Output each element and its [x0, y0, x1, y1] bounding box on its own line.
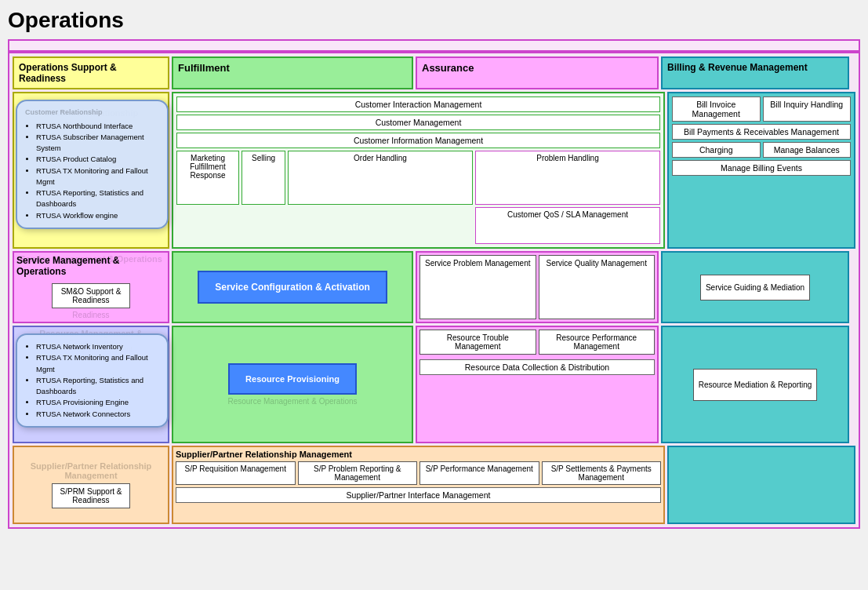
sp-problem-reporting-box: S/P Problem Reporting & Management [298, 461, 418, 485]
sp-bil-cell [667, 446, 855, 524]
resource-perf-box: Resource Performance Management [539, 330, 656, 355]
service-guiding-box: Service Guiding & Mediation [700, 275, 810, 300]
bill-invoice-box: Bill Invoice Management [672, 97, 761, 122]
smo-row: Service Management & Operations Service … [13, 251, 855, 323]
rmo-bil-cell: Resource Mediation & Reporting [661, 326, 849, 443]
smo-ful-cell: Service Configuration & Activation [172, 251, 413, 323]
assurance-header: Assurance [416, 56, 659, 89]
customer-info-box: Customer Information Management [176, 133, 660, 148]
sp-section-title: Supplier/Partner Relationship Management [176, 450, 661, 459]
bubble-bottom: RTUSA Network Inventory RTUSA TX Monitor… [16, 333, 169, 428]
bubble-item-5: RTUSA Reporting, Statistics and Dashboar… [36, 188, 159, 210]
sp-requisition-box: S/P Requisition Management [176, 461, 296, 485]
osr-header-text: Operations Support & Readiness [19, 62, 117, 84]
rmo-ass-top-row: Resource Trouble Management Resource Per… [419, 330, 655, 355]
rmo-ass-cell: Resource Trouble Management Resource Per… [416, 326, 659, 443]
sp-top-grid: S/P Requisition Management S/P Problem R… [176, 461, 661, 485]
marketing-box: Marketing Fulfillment Response [176, 151, 239, 205]
osr-header: Operations Support & Readiness [13, 56, 169, 89]
resource-trouble-box: Resource Trouble Management [419, 330, 536, 355]
sp-section-label: Supplier/Partner Relationship Management [16, 461, 165, 480]
rmo-faded-label: Resource Management & Operations [227, 397, 357, 406]
rmo-ful-cell: Resource Provisioning Resource Managemen… [172, 326, 413, 443]
assurance-header-text: Assurance [422, 62, 474, 74]
bubble-top: Customer Relationship RTUSA Northbound I… [16, 100, 169, 229]
resource-provisioning-box: Resource Provisioning [228, 363, 357, 395]
sp-support-box: S/PRM Support & Readiness [52, 483, 130, 508]
billing-top-row: Bill Invoice Management Bill Inquiry Han… [672, 97, 851, 122]
smo-support-box: SM&O Support & Readiness [52, 283, 130, 308]
bubble-item-1: RTUSA Northbound Interface [36, 121, 159, 132]
crm-mid: Customer Interaction Management Customer… [172, 92, 665, 249]
billing-mid-row: Charging Manage Balances [672, 142, 851, 158]
manage-billing-events-box: Manage Billing Events [672, 160, 851, 176]
sp-settlements-box: S/P Settlements & Payments Management [542, 461, 662, 485]
customer-mgmt-box: Customer Management [176, 115, 660, 130]
sp-performance-box: S/P Performance Management [419, 461, 539, 485]
sp-row: Supplier/Partner Relationship Management… [13, 446, 855, 524]
bubble-item-b1: RTUSA Network Inventory [36, 341, 159, 352]
crm-bottom-boxes: Marketing Fulfillment Response Selling O… [176, 151, 660, 244]
smo-readiness-faded: Readiness [16, 311, 165, 319]
smo-ass-cell: Service Problem Management Service Quali… [416, 251, 659, 323]
bill-inquiry-box: Bill Inquiry Handling [763, 97, 852, 122]
sp-interface-box: Supplier/Partner Interface Management [176, 487, 661, 503]
billing-header-text: Billing & Revenue Management [667, 62, 808, 73]
selling-box: Selling [242, 151, 285, 205]
bubble-item-b5: RTUSA Network Connectors [36, 409, 159, 420]
problem-handling-box: Problem Handling [475, 151, 660, 205]
main-frame: Operations Support & Readiness Fulfillme… [8, 52, 860, 529]
billing-crm-cell: Bill Invoice Management Bill Inquiry Han… [667, 92, 855, 249]
bubble-item-3: RTUSA Product Catalog [36, 154, 159, 165]
smo-section-faded: Service Management & Operations [17, 254, 165, 264]
bubble-item-b3: RTUSA Reporting, Statistics and Dashboar… [36, 375, 159, 398]
manage-balances-box: Manage Balances [763, 142, 852, 158]
smo-osr-cell: Service Management & Operations Service … [13, 251, 169, 323]
customer-interaction-box: Customer Interaction Management [176, 97, 660, 112]
osr-crm-cell: Customer Relationship Management Custome… [13, 92, 169, 249]
fulfillment-header-text: Fulfillment [178, 62, 230, 74]
resource-data-collection-box: Resource Data Collection & Distribution [419, 359, 655, 375]
bubble-item-6: RTUSA Workflow engine [36, 210, 159, 221]
fulfillment-header: Fulfillment [172, 56, 413, 89]
sp-mid-cell: Supplier/Partner Relationship Management… [172, 446, 665, 524]
customer-row: Customer Relationship Management Custome… [13, 92, 855, 249]
sp-osr-cell: Supplier/Partner Relationship Management… [13, 446, 169, 524]
header-row: Operations Support & Readiness Fulfillme… [13, 56, 855, 89]
charging-box: Charging [672, 142, 761, 158]
order-handling-box: Order Handling [288, 151, 473, 205]
billing-header: Billing & Revenue Management [661, 56, 849, 89]
bubble-item-b4: RTUSA Provisioning Engine [36, 397, 159, 408]
customer-qos-box: Customer QoS / SLA Management [475, 207, 660, 244]
service-config-box: Service Configuration & Activation [198, 271, 387, 304]
rmo-row: Resource Management & Operations Workfor… [13, 326, 855, 443]
bill-payments-box: Bill Payments & Receivables Management [672, 124, 851, 140]
bubble-item-2: RTUSA Subscriber Management System [36, 132, 159, 155]
bubble-item-4: RTUSA TX Monitoring and Fallout Mgmt [36, 166, 159, 188]
outer-frame [8, 39, 860, 52]
service-quality-box: Service Quality Management [539, 255, 656, 319]
rmo-osr-cell: Resource Management & Operations Workfor… [13, 326, 169, 443]
bubble-item-b2: RTUSA TX Monitoring and Fallout Mgmt [36, 352, 159, 375]
page-title: Operations [8, 8, 860, 33]
smo-bil-cell: Service Guiding & Mediation [661, 251, 849, 323]
bubble-bg-text: Customer Relationship [25, 107, 159, 118]
resource-mediation-box: Resource Mediation & Reporting [693, 369, 818, 401]
service-problem-box: Service Problem Management [419, 255, 536, 319]
